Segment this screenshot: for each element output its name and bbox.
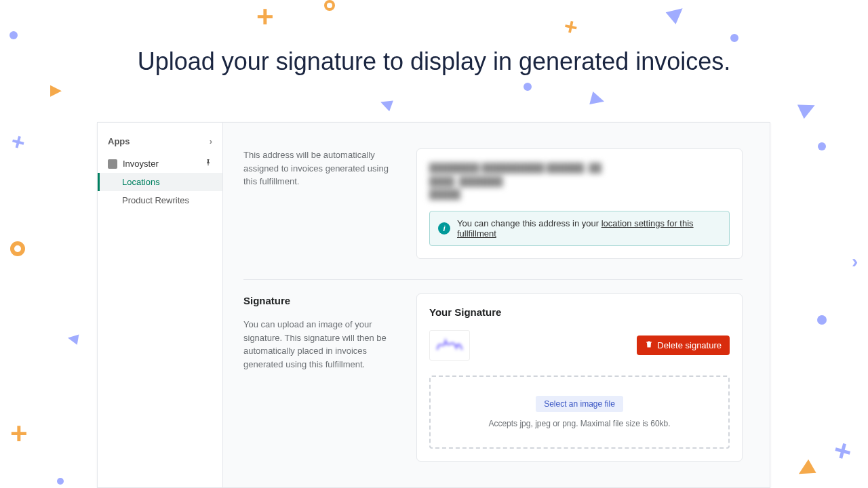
signature-preview [429, 330, 470, 361]
decor-circle [10, 241, 25, 256]
signature-description: You can upload an image of your signatur… [243, 318, 396, 371]
app-name: Invoyster [123, 159, 159, 169]
decor-triangle: ▶ [50, 81, 62, 99]
info-banner: i You can change this address in your lo… [429, 211, 730, 246]
upload-hint: Accepts jpg, jpeg or png. Maximal file s… [437, 419, 722, 428]
decor-dot [818, 142, 826, 150]
decor-dot [57, 478, 64, 485]
address-card: ████████ ██████████ ██████, ██ ████, ███… [416, 148, 743, 259]
signature-card: Your Signature Delete signature [416, 293, 743, 462]
decor-dot [524, 83, 532, 91]
sidebar: Apps › Invoyster Locations Product Rewri… [98, 123, 223, 487]
address-section: This address will be automatically assig… [243, 135, 743, 280]
decor-dot [817, 315, 827, 325]
decor-triangle: ▶ [377, 95, 394, 115]
address-preview: ████████ ██████████ ██████, ██ ████, ███… [429, 161, 730, 201]
decor-plus: + [256, 0, 274, 34]
decor-dot [9, 31, 18, 39]
decor-triangle: ▶ [794, 458, 819, 486]
decor-circle [324, 0, 335, 11]
chevron-right-icon: › [210, 136, 212, 146]
pin-icon[interactable] [204, 159, 212, 169]
signature-image [436, 336, 463, 354]
app-window: Apps › Invoyster Locations Product Rewri… [97, 122, 770, 488]
sidebar-item-app[interactable]: Invoyster [98, 155, 222, 173]
decor-plus: + [10, 417, 28, 451]
upload-dropzone[interactable]: Select an image file Accepts jpg, jpeg o… [429, 375, 730, 449]
decor-triangle: ▶ [662, 0, 689, 26]
decor-plus: + [561, 12, 580, 41]
decor-triangle: ▶ [66, 331, 79, 349]
decor-plus: + [830, 432, 856, 470]
decor-triangle: ▶ [589, 87, 607, 110]
signature-title: Signature [243, 293, 396, 309]
decor-dot [730, 34, 738, 42]
delete-signature-button[interactable]: Delete signature [637, 336, 730, 355]
decor-chevron: › [852, 251, 858, 272]
sidebar-title: Apps [108, 136, 130, 146]
address-description: This address will be automatically assig… [243, 148, 396, 188]
signature-card-title: Your Signature [429, 306, 730, 318]
sidebar-item-product-rewrites[interactable]: Product Rewrites [98, 191, 222, 209]
info-text: You can change this address in your loca… [457, 218, 721, 239]
app-icon [108, 159, 117, 169]
signature-section: Signature You can upload an image of you… [243, 280, 743, 482]
main-content: This address will be automatically assig… [223, 123, 770, 487]
info-prefix: You can change this address in your [457, 218, 601, 228]
trash-icon [645, 340, 653, 350]
decor-triangle: ▶ [795, 93, 819, 121]
delete-label: Delete signature [657, 340, 722, 350]
sidebar-header[interactable]: Apps › [98, 133, 222, 155]
info-icon: i [438, 222, 450, 235]
page-headline: Upload your signature to display in gene… [0, 47, 868, 76]
sidebar-item-locations[interactable]: Locations [98, 173, 222, 191]
decor-plus: + [8, 127, 28, 157]
select-file-button[interactable]: Select an image file [536, 396, 623, 412]
